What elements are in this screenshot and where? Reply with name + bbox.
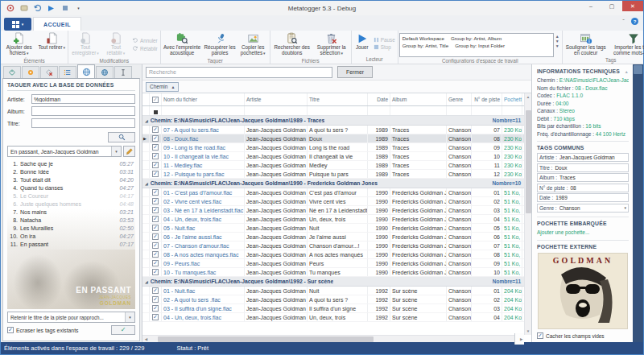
tab-tag-tool[interactable]	[3, 66, 21, 78]
track-row[interactable]: 3.Tout était dit04:20	[7, 175, 135, 184]
tag-field[interactable]: N° de piste :08	[537, 184, 629, 192]
delete-selection-button[interactable]: Supprimer la sélection▾	[313, 31, 350, 57]
row-checkbox[interactable]	[150, 233, 162, 241]
redo-button[interactable]: Rétablir	[132, 45, 158, 52]
tab-database-tagging[interactable]	[77, 64, 95, 78]
file-row[interactable]: 03 - Né en 17 à Leidenstadt.flacJean-Jac…	[142, 206, 524, 215]
close-button[interactable]: ✕	[622, 1, 643, 11]
file-row[interactable]: 05 - Nuit.flacJean-Jacques GoldmanNuit19…	[142, 224, 524, 233]
row-checkbox[interactable]	[150, 241, 162, 250]
copy-covers-button[interactable]: Copier les pochettes▾	[237, 31, 269, 57]
track-row[interactable]: 5.Le Coureur04:17	[7, 192, 135, 200]
apply-tags-button[interactable]: ✓	[111, 325, 135, 335]
group-header-row[interactable]: ◢Chemin: E:\NAS\music\FLAC\Jean-Jacques …	[142, 277, 524, 287]
workspace-item[interactable]: Group by: Input Folder	[455, 43, 505, 48]
stop-button[interactable]: Stop	[374, 44, 395, 50]
chevron-down-icon[interactable]: ▾	[624, 205, 626, 210]
horizontal-scrollbar[interactable]: ◀ ▶	[142, 335, 524, 342]
tab-text-tool[interactable]	[114, 66, 132, 78]
column-header-title[interactable]: Titre	[308, 93, 368, 105]
track-row[interactable]: 8.Natacha03:53	[7, 216, 135, 224]
column-header-album[interactable]: Album	[390, 93, 447, 105]
album-field[interactable]	[31, 106, 135, 116]
column-header-cover[interactable]: Pochettes	[502, 93, 522, 105]
row-checkbox[interactable]	[150, 143, 162, 151]
library-icon[interactable]	[19, 3, 29, 13]
filter-cell-file[interactable]	[162, 106, 245, 115]
file-row[interactable]: 10 - Tu manques.flacJean-Jacques Goldman…	[142, 268, 524, 277]
group-header-row[interactable]: ◢Chemin: E:\NAS\music\FLAC\Jean-Jacques …	[142, 116, 524, 126]
remove-all-button[interactable]: Tout retirer▾	[36, 31, 67, 57]
column-header-artist[interactable]: Artiste	[245, 93, 308, 105]
filter-cell-artist[interactable]	[245, 106, 308, 115]
scroll-down-icon[interactable]: ▼	[526, 328, 530, 335]
filter-cell-genre[interactable]	[447, 106, 472, 115]
expander-icon[interactable]: ◢	[145, 181, 148, 186]
add-cover-link[interactable]: Ajouter une pochette...	[537, 229, 629, 235]
workspace-item[interactable]: Group by: Artist, Title	[402, 43, 448, 48]
workspace-scroll-arrows[interactable]: ▲ ▼ ▼	[554, 31, 561, 51]
tab-web-tool[interactable]	[96, 66, 114, 78]
tab-auto-tag-tool[interactable]	[22, 66, 39, 78]
track-row[interactable]: 7.Nos mains03:21	[7, 208, 135, 216]
chevron-down-icon[interactable]: ▾	[111, 147, 121, 156]
file-row[interactable]: 09 - Peurs.flacJean-Jacques GoldmanPeurs…	[142, 259, 524, 268]
column-header-genre[interactable]: Genre	[447, 93, 472, 105]
track-row[interactable]: 11.En passant07:17	[7, 240, 135, 248]
overwrite-tags-checkbox[interactable]	[7, 327, 14, 333]
application-menu-button[interactable]: ▾	[4, 18, 31, 31]
row-checkbox[interactable]	[150, 259, 162, 267]
file-row[interactable]: 07 - A quoi tu sers.flacJean-Jacques Gol…	[142, 126, 524, 134]
undo-button[interactable]: Annuler	[132, 37, 158, 43]
workspace-item[interactable]: Default Workspace	[402, 35, 444, 41]
acoustic-fingerprint-button[interactable]: Avec l'empreinte acoustique	[162, 31, 203, 57]
workspace-item[interactable]: Group by: Artist, Album	[451, 35, 502, 41]
track-row[interactable]: 9.Les Murailles02:50	[7, 224, 135, 232]
row-checkbox[interactable]	[150, 170, 162, 178]
file-row[interactable]: 09 - Long is the road.flacJean-Jacques G…	[142, 143, 524, 152]
tab-rename-tool[interactable]	[59, 66, 76, 78]
hide-empty-fields-checkbox[interactable]	[537, 332, 543, 339]
file-row[interactable]: 11 - Medley.flacJean-Jacques GoldmanMedl…	[142, 161, 524, 170]
file-row[interactable]: 10 - Il changeait la vie.flacJean-Jacque…	[142, 152, 524, 161]
track-row[interactable]: 6.Juste quelques hommes04:48	[7, 200, 135, 208]
release-combo[interactable]: En passant, Jean-Jacques Goldman ▾	[7, 146, 122, 157]
row-checkbox[interactable]	[150, 224, 162, 232]
filter-cell-album[interactable]	[390, 106, 447, 115]
database-search-button[interactable]	[108, 132, 135, 142]
row-checkbox[interactable]	[150, 313, 162, 321]
qat-customize-dropdown[interactable]: ▾	[73, 3, 84, 13]
row-checkbox[interactable]	[150, 126, 162, 134]
title-field[interactable]	[31, 118, 135, 128]
collapse-icon[interactable]: ▲	[625, 69, 629, 74]
file-row[interactable]: 04 - Un, deux, trois.flacJean-Jacques Go…	[142, 313, 524, 322]
tag-field[interactable]: Date :1989	[537, 193, 629, 202]
find-duplicates-button[interactable]: Rechercher des doublons	[271, 31, 313, 57]
column-header-track[interactable]: N° de piste	[472, 93, 502, 105]
filter-cell-date[interactable]	[368, 106, 390, 115]
play-icon[interactable]	[46, 3, 56, 13]
file-row[interactable]: ▶08 - Doux.flacJean-Jacques GoldmanDoux1…	[142, 134, 524, 143]
stop-icon[interactable]	[60, 3, 70, 13]
edit-release-button[interactable]	[123, 146, 135, 157]
underline-tags-button[interactable]: Souligner les tags en couleur	[564, 31, 609, 56]
vertical-scrollbar-thumb[interactable]	[526, 110, 531, 213]
add-files-button[interactable]: Ajouter des fichiers▾	[2, 31, 36, 57]
row-checkbox[interactable]	[150, 250, 162, 258]
track-row[interactable]: 2.Bonne Idée03:31	[7, 167, 135, 175]
dock-pin-button[interactable]	[634, 65, 642, 74]
group-header-row[interactable]: ◢Chemin: E:\NAS\music\FLAC\Jean-Jacques …	[142, 179, 524, 188]
track-row[interactable]: 10.On ira04:27	[7, 232, 135, 240]
ribbon-collapse-icon[interactable]: ˆ	[622, 18, 625, 25]
maximize-button[interactable]: ▢	[601, 1, 622, 11]
file-row[interactable]: 01 - C'est pas d'l'amour.flacJean-Jacque…	[142, 188, 524, 197]
chevron-down-icon[interactable]: ▾	[125, 312, 134, 322]
scroll-left-icon[interactable]: ◀	[142, 336, 150, 343]
filter-cell-cover[interactable]	[502, 106, 522, 115]
tag-field[interactable]: Album :Traces	[537, 173, 629, 182]
column-header-date[interactable]: Date	[368, 93, 390, 105]
import-tags-keywords-button[interactable]: Importer les tags comme mots-clés	[609, 31, 644, 56]
external-cover-image[interactable]: GOLDMAN	[538, 253, 628, 329]
help-icon[interactable]: ?	[631, 18, 638, 25]
column-header-file[interactable]: Nom du fichier	[162, 93, 245, 105]
